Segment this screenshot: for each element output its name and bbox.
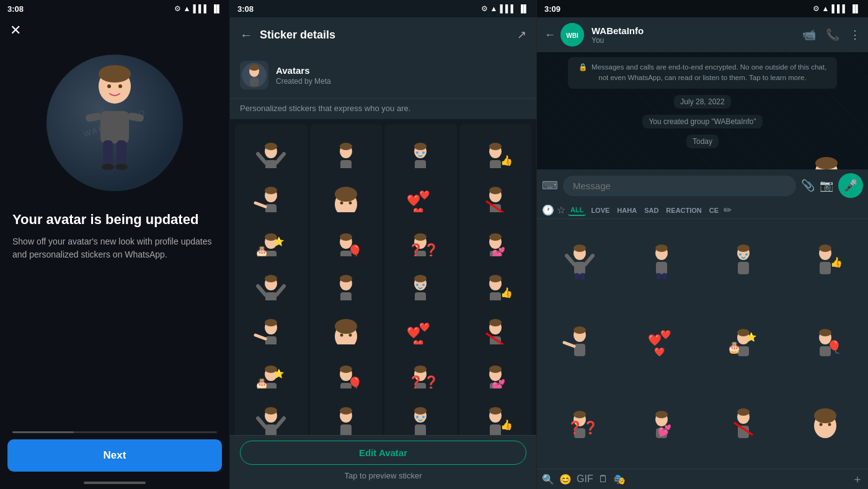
svg-text:💕: 💕: [658, 424, 672, 437]
svg-rect-3: [85, 112, 102, 122]
attach-icon[interactable]: 📎: [801, 179, 815, 192]
signal-icon-p3: ▌▌▌: [831, 4, 848, 13]
back-button-p2[interactable]: ←: [240, 28, 252, 42]
sticker-cell[interactable]: 👍: [459, 388, 532, 435]
group-created-msg: You created group "WABetaInfo": [642, 115, 762, 128]
tray-sticker-cell[interactable]: [703, 385, 784, 466]
svg-point-161: [655, 244, 668, 252]
chat-panel: 3:09 ⚙ ▲ ▌▌▌ ▐▌ ← WBI WABetaInfo You 📹 📞…: [537, 0, 868, 489]
back-button-p3[interactable]: ←: [544, 29, 556, 42]
svg-text:WBI: WBI: [566, 32, 578, 39]
svg-point-171: [819, 244, 831, 252]
keyboard-icon[interactable]: ⌨: [542, 179, 558, 192]
tab-haha[interactable]: HAHA: [614, 205, 639, 215]
tray-sticker-cell[interactable]: 👍: [785, 222, 866, 302]
tray-sticker-cell[interactable]: 🎂⭐: [703, 303, 784, 384]
sticker-cell[interactable]: [384, 388, 457, 435]
camera-icon[interactable]: 📷: [820, 179, 833, 192]
progress-track: [12, 431, 217, 433]
tray-sticker-cell[interactable]: [703, 222, 784, 302]
tray-sticker-cell[interactable]: ❤️❤️❤️: [621, 303, 702, 384]
tray-sticker-cell[interactable]: ❓❓: [539, 385, 620, 466]
svg-point-83: [416, 284, 418, 286]
lock-icon: 🔒: [578, 63, 587, 71]
signal-icon-p2: ▌▌▌: [500, 4, 516, 13]
tray-sticker-cell[interactable]: [785, 385, 866, 466]
svg-point-57: [340, 233, 352, 241]
tab-all[interactable]: ALL: [568, 205, 586, 216]
clock-tab-icon[interactable]: 🕐: [542, 204, 554, 216]
call-icon[interactable]: 📞: [826, 28, 839, 42]
svg-point-16: [265, 143, 277, 150]
more-icon[interactable]: ⋮: [849, 28, 861, 42]
wifi-icon-p3: ▲: [822, 4, 830, 13]
tray-extras-icon[interactable]: 🎭: [613, 473, 626, 485]
tray-search-icon[interactable]: 🔍: [542, 473, 554, 485]
svg-rect-140: [490, 424, 501, 435]
svg-text:👍: 👍: [500, 419, 513, 431]
video-call-icon[interactable]: 📹: [802, 28, 816, 42]
svg-point-42: [340, 202, 343, 205]
close-button[interactable]: ✕: [10, 22, 21, 38]
chat-input-bar: ⌨ 📎 📷 🎤: [537, 169, 868, 202]
tab-reaction[interactable]: REACTION: [663, 205, 704, 215]
tray-sticker-cell[interactable]: 💕: [621, 385, 702, 466]
svg-point-175: [574, 326, 586, 334]
svg-text:👍: 👍: [500, 287, 513, 298]
svg-line-19: [277, 154, 284, 163]
message-input[interactable]: [563, 176, 796, 196]
status-time-p1: 3:08: [7, 4, 24, 14]
tab-love[interactable]: LOVE: [588, 205, 612, 215]
svg-point-129: [340, 407, 352, 415]
svg-point-30: [416, 151, 418, 154]
panel1-title: Your avatar is being updated: [0, 191, 229, 235]
svg-point-114: [414, 366, 427, 373]
sent-sticker-svg: [792, 155, 861, 170]
svg-point-37: [265, 187, 277, 194]
svg-point-145: [815, 157, 838, 169]
settings-icon-p2: ⚙: [481, 4, 488, 13]
svg-line-156: [567, 256, 574, 264]
sticker-pack-name: Avatars: [276, 65, 526, 76]
encryption-notice[interactable]: 🔒 Messages and calls are end-to-end encr…: [568, 57, 837, 89]
sticker-cell[interactable]: [235, 388, 308, 435]
tray-emoji-icon[interactable]: 😊: [559, 473, 572, 485]
sticker-tray-grid: 👍❤️❤️❤️🎂⭐🎈❓❓💕: [537, 219, 868, 469]
tab-sad[interactable]: SAD: [642, 205, 661, 215]
tab-ce[interactable]: CE: [707, 205, 721, 215]
svg-rect-158: [575, 273, 579, 279]
tray-add-icon[interactable]: ＋: [852, 472, 863, 487]
svg-line-72: [277, 286, 284, 295]
svg-point-33: [489, 143, 502, 150]
tray-sticker-cell[interactable]: [539, 303, 620, 384]
svg-point-76: [340, 275, 352, 282]
pack-avatar-svg: [242, 63, 267, 87]
sticker-details-title: Sticker details: [260, 29, 510, 42]
svg-point-43: [348, 202, 352, 205]
tray-sticker-icon[interactable]: 🗒: [598, 473, 608, 485]
sticker-pack-icon: [240, 61, 268, 89]
tap-preview-label[interactable]: Tap to preview sticker: [240, 467, 526, 484]
edit-avatar-button[interactable]: Edit Avatar: [240, 441, 526, 465]
tray-sticker-cell[interactable]: [621, 222, 702, 302]
share-icon-p2[interactable]: ↗: [517, 28, 526, 42]
date-badge-today: Today: [686, 135, 719, 148]
wifi-icon-p2: ▲: [490, 4, 498, 13]
svg-text:⭐: ⭐: [746, 332, 757, 343]
contact-avatar-svg: WBI: [560, 23, 584, 47]
star-tab-icon[interactable]: ☆: [557, 204, 565, 216]
svg-point-203: [814, 408, 836, 423]
sticker-pack-creator: Created by Meta: [276, 77, 526, 86]
svg-point-48: [489, 187, 502, 194]
tray-sticker-cell[interactable]: 🎈: [785, 303, 866, 384]
svg-point-8: [115, 164, 128, 170]
next-button[interactable]: Next: [7, 439, 222, 472]
mic-button[interactable]: 🎤: [838, 173, 863, 198]
sticker-cell[interactable]: [310, 388, 383, 435]
tray-sticker-cell[interactable]: [539, 222, 620, 302]
edit-tab-icon[interactable]: ✏: [724, 204, 732, 216]
svg-rect-2: [100, 111, 129, 143]
sent-sticker-image: [792, 155, 861, 170]
svg-point-110: [340, 366, 352, 373]
tray-gif-icon[interactable]: GIF: [577, 473, 593, 485]
